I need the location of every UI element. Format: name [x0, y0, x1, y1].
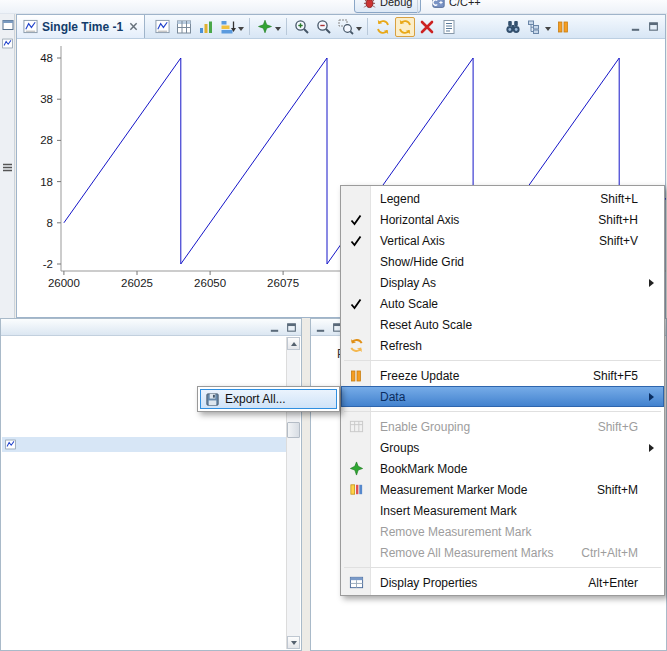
svg-text:26000: 26000: [48, 277, 80, 289]
menu-item-label: Vertical Axis: [380, 234, 445, 248]
export-submenu: Export All...: [197, 386, 340, 412]
zoom-out-icon[interactable]: [314, 17, 334, 37]
selected-row[interactable]: [2, 437, 286, 452]
chart-display-icon[interactable]: [152, 17, 172, 37]
dropdown-arrow-icon[interactable]: [275, 27, 281, 34]
editor-tab-bar: Single Time -1: [17, 15, 665, 39]
panel-sash[interactable]: [302, 318, 310, 651]
perspective-divider: [417, 0, 418, 14]
minimize-panel-icon[interactable]: [314, 321, 327, 334]
menu-item-shortcut: Shift+H: [598, 213, 638, 227]
grouping-icon: [341, 419, 371, 434]
zoom-region-icon[interactable]: [336, 17, 356, 37]
dropdown-arrow-icon[interactable]: [356, 27, 362, 34]
chart-view-icon[interactable]: [1, 36, 14, 50]
submenu-arrow-icon: [638, 279, 664, 287]
pause-icon: [341, 369, 371, 383]
toolbar-separator: [367, 18, 368, 35]
menu-item-label: Display Properties: [380, 576, 477, 590]
submenu-item-export-all[interactable]: Export All...: [200, 389, 337, 409]
menu-item-refresh[interactable]: Refresh: [341, 335, 664, 356]
menu-item-data[interactable]: Data: [341, 386, 664, 407]
scroll-down-button[interactable]: [287, 636, 300, 649]
data-table-icon[interactable]: [174, 17, 194, 37]
bottom-left-panel: [0, 318, 302, 651]
row-chart-icon: [5, 439, 16, 450]
svg-text:38: 38: [40, 93, 53, 105]
dropdown-arrow-icon[interactable]: [238, 27, 244, 34]
checkmark-icon: [341, 234, 371, 248]
menu-separator: [344, 360, 661, 361]
menu-item-insert-measurement-mark[interactable]: Insert Measurement Mark: [341, 500, 664, 521]
triangle-down-icon: [291, 641, 297, 648]
maximize-view-icon[interactable]: [646, 20, 660, 34]
chart-toolbar: [145, 17, 574, 37]
menu-item-label: Remove All Measurement Marks: [380, 546, 553, 560]
debug-perspective-label: Debug: [380, 0, 412, 8]
menu-item-display-as[interactable]: Display As: [341, 272, 664, 293]
scroll-thumb[interactable]: [287, 422, 300, 438]
perspective-bar: Debug C/C++: [0, 0, 667, 14]
debug-perspective-button[interactable]: Debug: [354, 0, 421, 13]
scroll-up-button[interactable]: [287, 337, 300, 350]
minimize-panel-icon[interactable]: [268, 321, 281, 334]
bug-icon: [363, 0, 376, 9]
view-menu-icon[interactable]: [1, 160, 14, 174]
cpp-perspective-button[interactable]: C/C++: [424, 0, 489, 13]
menu-item-shortcut: Shift+L: [600, 192, 638, 206]
cpp-icon: [432, 0, 445, 9]
tab-close-icon[interactable]: [129, 22, 138, 31]
cpp-perspective-label: C/C++: [449, 0, 481, 8]
tab-title: Single Time -1: [42, 20, 123, 34]
tab-single-time-1[interactable]: Single Time -1: [17, 15, 145, 38]
application-window: Debug C/C++ Single Time -1 483828188-226…: [0, 0, 667, 651]
chart-tab-icon: [23, 19, 38, 34]
checkmark-icon: [341, 213, 371, 227]
menu-item-groups[interactable]: Groups: [341, 437, 664, 458]
menu-item-horizontal-axis[interactable]: Horizontal AxisShift+H: [341, 209, 664, 230]
svg-text:-2: -2: [43, 258, 53, 270]
restore-view-icon[interactable]: [1, 18, 14, 32]
zoom-in-icon[interactable]: [292, 17, 312, 37]
svg-text:26075: 26075: [267, 277, 299, 289]
bottom-left-panel-header: [1, 319, 301, 336]
menu-item-auto-scale[interactable]: Auto Scale: [341, 293, 664, 314]
svg-text:18: 18: [40, 176, 53, 188]
menu-item-bookmark-mode[interactable]: BookMark Mode: [341, 458, 664, 479]
view-window-buttons: [628, 20, 665, 34]
bookmark-star-icon[interactable]: [255, 17, 275, 37]
context-menu: LegendShift+LHorizontal AxisShift+HVerti…: [340, 185, 665, 596]
menu-item-label: Measurement Marker Mode: [380, 483, 527, 497]
log-icon[interactable]: [439, 17, 459, 37]
maximize-panel-icon[interactable]: [285, 321, 298, 334]
menu-item-display-properties[interactable]: Display PropertiesAlt+Enter: [341, 572, 664, 593]
search-icon[interactable]: [503, 17, 523, 37]
svg-text:48: 48: [40, 52, 53, 64]
dropdown-arrow-icon[interactable]: [545, 27, 551, 34]
tree-filter-icon[interactable]: [525, 17, 545, 37]
marker-icon: [341, 482, 371, 497]
refresh-icon[interactable]: [373, 17, 393, 37]
triangle-up-icon: [291, 339, 297, 346]
column-chart-icon[interactable]: [196, 17, 216, 37]
menu-item-freeze-update[interactable]: Freeze UpdateShift+F5: [341, 365, 664, 386]
vertical-scrollbar[interactable]: [286, 337, 300, 649]
menu-item-label: Remove Measurement Mark: [380, 525, 531, 539]
menu-item-reset-auto-scale[interactable]: Reset Auto Scale: [341, 314, 664, 335]
menu-item-show-hide-grid[interactable]: Show/Hide Grid: [341, 251, 664, 272]
svg-text:26025: 26025: [121, 277, 153, 289]
menu-item-label: Freeze Update: [380, 369, 459, 383]
menu-item-label: BookMark Mode: [380, 462, 467, 476]
menu-item-remove-all-measurement-marks: Remove All Measurement MarksCtrl+Alt+M: [341, 542, 664, 563]
freeze-update-icon[interactable]: [553, 17, 573, 37]
auto-refresh-icon[interactable]: [395, 17, 415, 37]
menu-item-legend[interactable]: LegendShift+L: [341, 188, 664, 209]
bottom-left-panel-body: [2, 337, 286, 649]
menu-item-measurement-marker-mode[interactable]: Measurement Marker ModeShift+M: [341, 479, 664, 500]
menu-item-label: Refresh: [380, 339, 422, 353]
menu-item-vertical-axis[interactable]: Vertical AxisShift+V: [341, 230, 664, 251]
menu-item-shortcut: Alt+Enter: [588, 576, 638, 590]
minimize-view-icon[interactable]: [628, 20, 642, 34]
sort-options-icon[interactable]: [218, 17, 238, 37]
clear-icon[interactable]: [417, 17, 437, 37]
